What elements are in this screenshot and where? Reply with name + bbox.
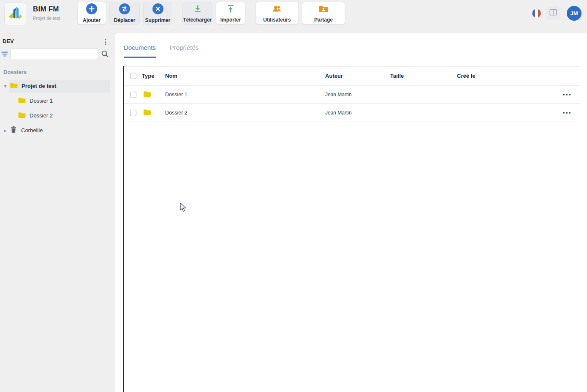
users-button-label: Utilisateurs xyxy=(263,17,291,23)
move-button-label: Déplacer xyxy=(114,17,136,23)
row-checkbox[interactable] xyxy=(130,110,136,116)
users-button[interactable]: Utilisateurs xyxy=(255,2,299,24)
app-subtitle: Projet de test xyxy=(33,16,60,21)
tree-item-projet-de-test[interactable]: ▾ Projet de test xyxy=(0,79,115,93)
tree-item-label: Dossier 1 xyxy=(30,98,53,104)
move-circle-icon xyxy=(119,3,130,16)
bim-logo-icon xyxy=(7,5,24,23)
share-button-label: Partage xyxy=(314,17,333,23)
table-row-dossier-1[interactable]: Dossier 1 Jean Martin xyxy=(124,86,580,104)
search-icon xyxy=(101,53,109,59)
column-header-author: Auteur xyxy=(325,73,390,79)
split-view-button[interactable] xyxy=(546,6,560,20)
search-input[interactable] xyxy=(10,49,98,59)
folder-tree: ▾ Projet de test Dossier 1 Dossi xyxy=(0,79,115,138)
folder-icon xyxy=(143,109,151,117)
column-header-name: Nom xyxy=(162,73,325,79)
documents-table: Type Nom Auteur Taille Créé le Dossier 1… xyxy=(123,66,580,392)
tree-item-dossier-2[interactable]: Dossier 2 xyxy=(0,108,115,123)
download-button-label: Télécharger xyxy=(183,17,212,23)
split-panel-icon xyxy=(549,8,557,18)
app-title: BIM FM xyxy=(33,5,60,14)
plus-circle-icon xyxy=(86,3,97,16)
row-actions-ellipsis-icon[interactable] xyxy=(560,91,573,98)
x-circle-icon xyxy=(152,3,163,16)
caret-down-icon[interactable]: ▾ xyxy=(2,83,9,89)
column-header-size: Taille xyxy=(390,73,457,79)
import-button-label: Importer xyxy=(220,17,241,23)
add-button[interactable]: Ajouter xyxy=(77,2,106,24)
select-all-checkbox[interactable] xyxy=(130,73,136,79)
tree-item-corbeille[interactable]: ▸ Corbeille xyxy=(0,123,115,138)
row-actions-ellipsis-icon[interactable] xyxy=(560,109,573,116)
workspace-label: DEV xyxy=(3,38,14,44)
delete-button-label: Supprimer xyxy=(145,17,171,23)
folder-icon xyxy=(18,112,26,120)
app-root: { "colors": { "accent_blue": "#3273d6", … xyxy=(0,0,587,392)
row-author: Jean Martin xyxy=(325,110,390,116)
add-button-label: Ajouter xyxy=(83,17,101,23)
folder-share-icon xyxy=(318,4,329,16)
workspace-row: DEV xyxy=(0,38,115,46)
row-name: Dossier 2 xyxy=(162,110,325,116)
row-author: Jean Martin xyxy=(325,92,390,98)
tab-proprietes[interactable]: Propriétés xyxy=(170,44,198,58)
import-button[interactable]: Importer xyxy=(216,2,245,24)
tree-item-label: Corbeille xyxy=(21,127,43,133)
search-button[interactable] xyxy=(101,50,109,59)
user-avatar[interactable]: JM xyxy=(567,6,582,21)
sidebar-search-row xyxy=(0,49,115,60)
main-panel: Documents Propriétés Type Nom Auteur Tai… xyxy=(115,33,587,392)
share-button[interactable]: Partage xyxy=(302,2,345,24)
filter-icon[interactable] xyxy=(1,50,8,60)
delete-button[interactable]: Supprimer xyxy=(143,2,172,24)
folders-section-title: Dossiers xyxy=(3,69,27,75)
column-header-created: Créé le xyxy=(457,73,554,79)
move-button[interactable]: Déplacer xyxy=(109,2,140,24)
top-toolbar: BIM FM Projet de test Ajouter Déplacer S… xyxy=(0,0,587,33)
table-row-dossier-2[interactable]: Dossier 2 Jean Martin xyxy=(124,104,580,122)
folder-icon xyxy=(18,97,26,105)
row-name: Dossier 1 xyxy=(162,92,325,98)
sidebar: DEV Dossiers ▾ Projet de test xyxy=(0,33,115,392)
app-logo[interactable] xyxy=(4,3,27,25)
avatar-initials: JM xyxy=(570,10,578,16)
download-icon xyxy=(193,4,203,16)
download-button[interactable]: Télécharger xyxy=(182,2,212,24)
users-icon xyxy=(272,4,283,16)
french-flag-icon xyxy=(532,12,541,18)
column-header-type: Type xyxy=(138,73,162,79)
tree-item-label: Projet de test xyxy=(22,83,56,89)
tab-bar: Documents Propriétés xyxy=(124,44,198,58)
table-header-row: Type Nom Auteur Taille Créé le xyxy=(124,66,580,86)
tree-item-dossier-1[interactable]: Dossier 1 xyxy=(0,93,115,108)
app-title-block: BIM FM Projet de test xyxy=(33,5,60,21)
tab-documents[interactable]: Documents xyxy=(124,44,156,58)
trash-icon xyxy=(10,125,17,135)
kebab-menu-icon[interactable] xyxy=(102,38,109,46)
upload-icon xyxy=(226,4,236,16)
tree-item-label: Dossier 2 xyxy=(30,112,53,119)
language-flag-button[interactable] xyxy=(532,9,541,18)
folder-icon xyxy=(10,82,18,90)
caret-right-icon[interactable]: ▸ xyxy=(2,128,9,133)
folder-icon xyxy=(143,90,151,99)
row-checkbox[interactable] xyxy=(130,92,136,98)
